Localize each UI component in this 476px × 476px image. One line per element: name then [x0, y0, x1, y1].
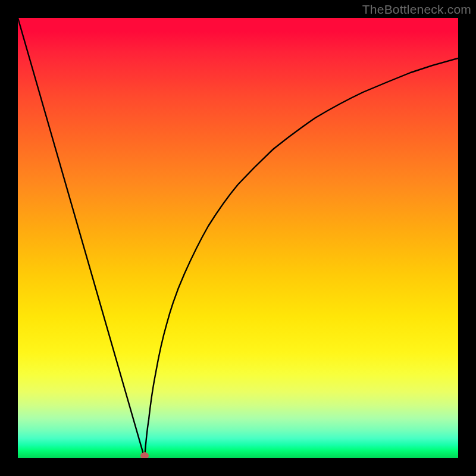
curve-left-branch — [18, 18, 145, 458]
bottleneck-curve — [18, 18, 458, 458]
watermark-text: TheBottleneck.com — [362, 2, 471, 17]
vertex-marker — [140, 452, 149, 458]
plot-area — [18, 18, 458, 458]
curve-right-branch — [145, 58, 458, 458]
chart-frame: TheBottleneck.com — [0, 0, 476, 476]
